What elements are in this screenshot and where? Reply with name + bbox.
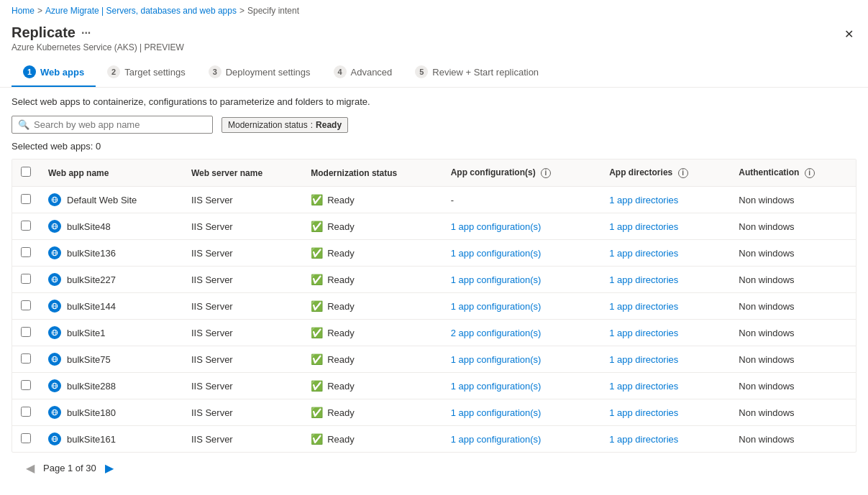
next-page-button[interactable]: ▶ — [102, 460, 117, 476]
app-dirs-link[interactable]: 1 app directories — [609, 354, 678, 365]
row-app-dirs[interactable]: 1 app directories — [600, 187, 730, 213]
row-status: ✅ Ready — [302, 213, 442, 240]
page-subtitle: Azure Kubernetes Service (AKS) | PREVIEW — [12, 42, 184, 52]
row-app-dirs[interactable]: 1 app directories — [600, 399, 730, 426]
tab-advanced[interactable]: 4 Advanced — [322, 58, 404, 87]
tab-label-advanced: Advanced — [351, 67, 393, 78]
row-checkbox-7[interactable] — [21, 380, 31, 390]
row-checkbox-8[interactable] — [21, 407, 31, 417]
row-app-config[interactable]: 1 app configuration(s) — [442, 399, 601, 426]
row-app-dirs[interactable]: 1 app directories — [600, 213, 730, 240]
app-dirs-link[interactable]: 1 app directories — [609, 195, 678, 205]
app-config-link[interactable]: 1 app configuration(s) — [451, 381, 542, 392]
app-config-link[interactable]: 1 app configuration(s) — [451, 221, 542, 232]
row-checkbox-4[interactable] — [21, 300, 31, 310]
ready-icon: ✅ — [311, 353, 323, 365]
title-area: Replicate ··· Azure Kubernetes Service (… — [12, 24, 184, 52]
row-checkbox-1[interactable] — [21, 221, 31, 231]
row-checkbox-cell[interactable] — [12, 373, 40, 399]
row-server-name: IIS Server — [183, 240, 302, 267]
row-app-dirs[interactable]: 1 app directories — [600, 320, 730, 346]
row-app-config[interactable]: 1 app configuration(s) — [442, 346, 601, 373]
row-checkbox-3[interactable] — [21, 274, 31, 284]
app-dirs-link[interactable]: 1 app directories — [609, 248, 678, 259]
row-checkbox-cell[interactable] — [12, 293, 40, 320]
row-checkbox-9[interactable] — [21, 433, 31, 443]
row-web-app-name: bulkSite48 — [40, 213, 183, 240]
search-input[interactable] — [34, 119, 206, 130]
app-config-link[interactable]: 1 app configuration(s) — [451, 301, 542, 312]
breadcrumb-azure-migrate[interactable]: Azure Migrate | Servers, databases and w… — [45, 6, 237, 16]
breadcrumb-home[interactable]: Home — [12, 6, 35, 16]
row-checkbox-cell[interactable] — [12, 426, 40, 453]
row-app-dirs[interactable]: 1 app directories — [600, 293, 730, 320]
row-checkbox-cell[interactable] — [12, 240, 40, 267]
row-server-name: IIS Server — [183, 293, 302, 320]
page-description: Select web apps to containerize, configu… — [12, 96, 856, 107]
row-app-config[interactable]: 1 app configuration(s) — [442, 267, 601, 293]
row-app-config[interactable]: 1 app configuration(s) — [442, 373, 601, 399]
row-app-dirs[interactable]: 1 app directories — [600, 240, 730, 267]
app-dirs-link[interactable]: 1 app directories — [609, 407, 678, 418]
table-row: Default Web Site IIS Server ✅ Ready - 1 … — [12, 187, 856, 213]
select-all-header[interactable] — [12, 159, 40, 187]
row-checkbox-cell[interactable] — [12, 399, 40, 426]
app-icon — [48, 432, 61, 445]
row-app-dirs[interactable]: 1 app directories — [600, 267, 730, 293]
close-button[interactable]: ✕ — [841, 24, 856, 44]
app-dirs-link[interactable]: 1 app directories — [609, 274, 678, 285]
row-auth: Non windows — [730, 373, 856, 399]
app-dirs-link[interactable]: 1 app directories — [609, 221, 678, 232]
row-app-config[interactable]: 1 app configuration(s) — [442, 293, 601, 320]
tab-web-apps[interactable]: 1 Web apps — [12, 58, 96, 87]
select-all-checkbox[interactable] — [21, 167, 31, 177]
row-checkbox-cell[interactable] — [12, 320, 40, 346]
tab-review-start[interactable]: 5 Review + Start replication — [403, 58, 550, 87]
ready-icon: ✅ — [311, 247, 323, 259]
tab-target-settings[interactable]: 2 Target settings — [96, 58, 197, 87]
app-config-link[interactable]: 1 app configuration(s) — [451, 434, 542, 445]
tab-label-target-settings: Target settings — [124, 67, 186, 78]
app-dirs-link[interactable]: 1 app directories — [609, 328, 678, 338]
row-checkbox-cell[interactable] — [12, 187, 40, 213]
app-config-link[interactable]: 2 app configuration(s) — [451, 328, 542, 338]
row-checkbox-2[interactable] — [21, 247, 31, 257]
prev-page-button[interactable]: ◀ — [23, 460, 37, 476]
row-checkbox-cell[interactable] — [12, 213, 40, 240]
app-dirs-link[interactable]: 1 app directories — [609, 434, 678, 445]
row-app-dirs[interactable]: 1 app directories — [600, 346, 730, 373]
app-dirs-link[interactable]: 1 app directories — [609, 301, 678, 312]
app-dirs-link[interactable]: 1 app directories — [609, 381, 678, 392]
row-server-name: IIS Server — [183, 373, 302, 399]
tab-deployment-settings[interactable]: 3 Deployment settings — [197, 58, 322, 87]
tab-num-5: 5 — [415, 65, 428, 78]
row-auth: Non windows — [730, 293, 856, 320]
row-checkbox-cell[interactable] — [12, 267, 40, 293]
app-config-link[interactable]: 1 app configuration(s) — [451, 248, 542, 259]
main-content: Select web apps to containerize, configu… — [0, 88, 868, 492]
tab-num-4: 4 — [334, 65, 347, 78]
row-app-config[interactable]: 1 app configuration(s) — [442, 213, 601, 240]
breadcrumb: Home > Azure Migrate | Servers, database… — [0, 0, 868, 22]
app-config-info-icon[interactable]: i — [541, 168, 551, 178]
row-checkbox-0[interactable] — [21, 194, 31, 204]
table-row: bulkSite180 IIS Server ✅ Ready 1 app con… — [12, 399, 856, 426]
row-server-name: IIS Server — [183, 399, 302, 426]
row-app-config[interactable]: 2 app configuration(s) — [442, 320, 601, 346]
tabs-container: 1 Web apps 2 Target settings 3 Deploymen… — [0, 58, 868, 88]
row-app-config[interactable]: 1 app configuration(s) — [442, 426, 601, 453]
row-checkbox-6[interactable] — [21, 353, 31, 364]
row-checkbox-cell[interactable] — [12, 346, 40, 373]
row-app-dirs[interactable]: 1 app directories — [600, 426, 730, 453]
row-app-config[interactable]: 1 app configuration(s) — [442, 240, 601, 267]
auth-info-icon[interactable]: i — [805, 168, 815, 178]
row-checkbox-5[interactable] — [21, 327, 31, 337]
app-config-link[interactable]: 1 app configuration(s) — [451, 354, 542, 365]
search-box[interactable]: 🔍 — [12, 116, 213, 134]
app-config-link[interactable]: 1 app configuration(s) — [451, 407, 542, 418]
more-options-button[interactable]: ··· — [81, 27, 91, 40]
row-app-dirs[interactable]: 1 app directories — [600, 373, 730, 399]
app-config-link[interactable]: 1 app configuration(s) — [451, 274, 542, 285]
app-dirs-info-icon[interactable]: i — [678, 168, 688, 178]
row-server-name: IIS Server — [183, 320, 302, 346]
